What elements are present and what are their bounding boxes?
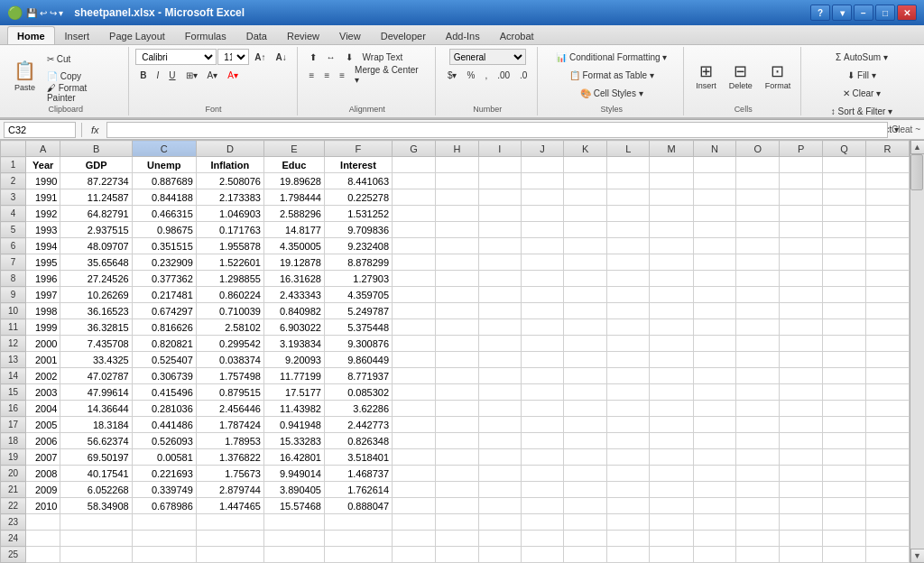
font-name-select[interactable]: Calibri	[135, 49, 217, 65]
cell-15-5[interactable]: 17.5177	[263, 384, 324, 401]
scroll-track[interactable]	[910, 154, 924, 549]
cell-6-14[interactable]	[693, 238, 736, 254]
cell-13-3[interactable]: 0.525407	[132, 352, 196, 368]
cell-11-17[interactable]	[823, 319, 866, 336]
cell-6-15[interactable]	[736, 238, 780, 254]
cell-1-14[interactable]	[693, 157, 736, 173]
cell-22-17[interactable]	[823, 498, 866, 514]
cell-10-16[interactable]	[780, 303, 823, 319]
cell-9-13[interactable]	[650, 287, 693, 303]
minimize-button[interactable]: −	[854, 5, 873, 21]
cell-11-7[interactable]	[393, 319, 436, 336]
cell-19-11[interactable]	[564, 449, 607, 466]
cell-20-7[interactable]	[393, 466, 436, 482]
cell-9-4[interactable]: 0.860224	[196, 287, 263, 303]
cell-16-13[interactable]	[650, 401, 693, 417]
cell-6-6[interactable]: 9.232408	[324, 238, 392, 254]
cell-5-12[interactable]	[606, 222, 650, 238]
cell-23-12[interactable]	[606, 514, 650, 531]
cell-16-9[interactable]	[478, 401, 521, 417]
cell-7-15[interactable]	[736, 254, 780, 271]
cell-13-9[interactable]	[478, 352, 521, 368]
cell-19-6[interactable]: 3.518401	[324, 449, 392, 466]
cell-13-17[interactable]	[823, 352, 866, 368]
cell-6-16[interactable]	[780, 238, 823, 254]
cell-3-17[interactable]	[823, 189, 866, 206]
cell-5-18[interactable]	[866, 222, 910, 238]
cell-18-4[interactable]: 1.78953	[196, 433, 263, 449]
scroll-thumb[interactable]	[910, 154, 923, 190]
cell-22-12[interactable]	[606, 498, 650, 514]
cell-21-10[interactable]	[521, 482, 563, 498]
close-button[interactable]: ✕	[897, 5, 917, 21]
cell-1-8[interactable]	[435, 157, 478, 173]
cell-21-11[interactable]	[564, 482, 607, 498]
cell-21-18[interactable]	[866, 482, 910, 498]
cell-16-11[interactable]	[564, 401, 607, 417]
cell-5-8[interactable]	[435, 222, 478, 238]
cell-14-13[interactable]	[650, 368, 693, 384]
cell-16-15[interactable]	[736, 401, 780, 417]
cell-18-16[interactable]	[780, 433, 823, 449]
cell-24-4[interactable]	[196, 531, 263, 547]
cell-4-4[interactable]: 1.046903	[196, 206, 263, 222]
cell-5-5[interactable]: 14.8177	[263, 222, 324, 238]
cell-9-15[interactable]	[736, 287, 780, 303]
cell-19-12[interactable]	[606, 449, 650, 466]
cell-4-13[interactable]	[650, 206, 693, 222]
cell-4-8[interactable]	[435, 206, 478, 222]
cell-18-15[interactable]	[736, 433, 780, 449]
cell-19-18[interactable]	[866, 449, 910, 466]
cell-24-18[interactable]	[866, 531, 910, 547]
cell-23-13[interactable]	[650, 514, 693, 531]
cut-button[interactable]: ✂ Cut	[42, 51, 123, 67]
cell-2-7[interactable]	[393, 173, 436, 189]
cell-24-10[interactable]	[521, 531, 563, 547]
cell-10-11[interactable]	[564, 303, 607, 319]
cell-19-3[interactable]: 0.00581	[132, 449, 196, 466]
cell-5-9[interactable]	[478, 222, 521, 238]
col-header-a[interactable]: A	[26, 141, 60, 157]
cell-14-8[interactable]	[435, 368, 478, 384]
cell-12-17[interactable]	[823, 336, 866, 352]
cell-15-8[interactable]	[435, 384, 478, 401]
cell-23-6[interactable]	[324, 514, 392, 531]
cell-23-8[interactable]	[435, 514, 478, 531]
cell-1-12[interactable]	[606, 157, 650, 173]
italic-button[interactable]: I	[152, 67, 164, 83]
align-top-button[interactable]: ⬆	[305, 49, 321, 65]
cell-6-17[interactable]	[823, 238, 866, 254]
currency-button[interactable]: $▾	[443, 67, 462, 83]
cell-1-7[interactable]	[393, 157, 436, 173]
cell-24-9[interactable]	[478, 531, 521, 547]
cell-18-13[interactable]	[650, 433, 693, 449]
cell-1-6[interactable]: Interest	[324, 157, 392, 173]
cell-5-11[interactable]	[564, 222, 607, 238]
col-header-n[interactable]: N	[693, 141, 736, 157]
cell-16-6[interactable]: 3.62286	[324, 401, 392, 417]
cell-16-14[interactable]	[693, 401, 736, 417]
cell-7-6[interactable]: 8.878299	[324, 254, 392, 271]
cell-15-11[interactable]	[564, 384, 607, 401]
cell-18-2[interactable]: 56.62374	[60, 433, 132, 449]
col-header-q[interactable]: Q	[823, 141, 866, 157]
cell-8-10[interactable]	[521, 271, 563, 287]
col-header-i[interactable]: I	[478, 141, 521, 157]
cell-8-11[interactable]	[564, 271, 607, 287]
cell-20-10[interactable]	[521, 466, 563, 482]
cell-4-1[interactable]: 1992	[26, 206, 60, 222]
cell-9-9[interactable]	[478, 287, 521, 303]
cell-11-1[interactable]: 1999	[26, 319, 60, 336]
cell-23-16[interactable]	[780, 514, 823, 531]
cell-2-5[interactable]: 19.89628	[263, 173, 324, 189]
cell-17-6[interactable]: 2.442773	[324, 417, 392, 433]
cell-12-18[interactable]	[866, 336, 910, 352]
cell-21-14[interactable]	[693, 482, 736, 498]
cell-24-12[interactable]	[606, 531, 650, 547]
cell-20-15[interactable]	[736, 466, 780, 482]
cell-22-8[interactable]	[435, 498, 478, 514]
cell-21-3[interactable]: 0.339749	[132, 482, 196, 498]
cell-22-15[interactable]	[736, 498, 780, 514]
cell-21-16[interactable]	[780, 482, 823, 498]
cell-15-12[interactable]	[606, 384, 650, 401]
